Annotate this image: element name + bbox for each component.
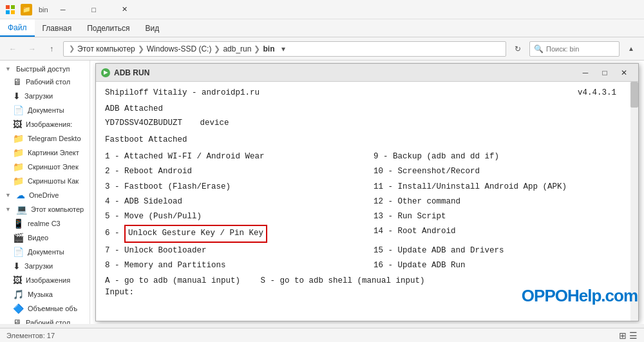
- sidebar-item-label: Документы: [28, 106, 64, 114]
- menu-item-5[interactable]: 5 - Move (Push/Pull): [105, 210, 361, 223]
- menu-label-3: Fastboot (Flash/Erase): [124, 182, 231, 191]
- menu-item-15[interactable]: 15 - Update ADB and Drivers: [374, 244, 629, 258]
- tab-home[interactable]: Главная: [35, 19, 80, 37]
- menu-item-11[interactable]: 11 - Install/Uninstall Android App (APK): [374, 180, 629, 194]
- path-thispc: Этот компьютер: [77, 44, 135, 53]
- sidebar-item-label: Картинки Элект: [28, 149, 79, 157]
- menu-item-6[interactable]: 6 - Unlock Gesture Key / Pin Key: [105, 225, 361, 242]
- menu-num-14: 14 -: [374, 227, 398, 236]
- back-button[interactable]: ←: [5, 41, 21, 57]
- sidebar-item-realme[interactable]: 📱 realme C3: [0, 216, 90, 231]
- menu-item-8[interactable]: 8 - Memory and Partitions: [105, 259, 361, 272]
- sidebar-item-desktop[interactable]: 🖥 Рабочий стол: [0, 75, 90, 89]
- folder-icon: 📁: [13, 147, 24, 158]
- close-button[interactable]: ✕: [110, 0, 140, 19]
- status-bar: Элементов: 17 ⊞ ☰: [0, 328, 644, 342]
- menu-item-9[interactable]: 9 - Backup (adb and dd if): [374, 150, 629, 164]
- menu-num-6: 6 -: [105, 229, 124, 238]
- address-path[interactable]: ❯ Этот компьютер ❯ Windows-SSD (C:) ❯ ad…: [63, 41, 506, 57]
- scrollbar-thumb[interactable]: [630, 82, 638, 108]
- menu-item-2[interactable]: 2 - Reboot Android: [105, 165, 361, 178]
- downloads-icon: ⬇: [13, 261, 21, 271]
- adb-title: ▶ ADB RUN: [101, 68, 149, 77]
- adb-footer-line1: A - go to adb (manual input) S - go to a…: [105, 276, 629, 285]
- menu-item-14[interactable]: 14 - Root Android: [374, 225, 629, 242]
- menu-item-10[interactable]: 10 - Screenshot/Record: [374, 165, 629, 178]
- fastboot-section: Fastboot Attached: [105, 133, 629, 146]
- adb-attached-label: ADB Attached: [105, 102, 629, 115]
- watermark: OPPOHelp.com: [522, 286, 638, 306]
- scrollbar[interactable]: [630, 82, 638, 321]
- sidebar-item-label: Музыка: [28, 290, 53, 298]
- sidebar-item-kartinki[interactable]: 📁 Картинки Элект: [0, 146, 90, 160]
- menu-item-1[interactable]: 1 - Attached WI-FI / Android Wear: [105, 150, 361, 164]
- title-bar-bin-label: bin: [39, 6, 48, 14]
- menu-item-7[interactable]: 7 - Unlock Bootloader: [105, 244, 361, 258]
- forward-button[interactable]: →: [24, 41, 40, 57]
- sidebar-item-skrinshot[interactable]: 📁 Скриншот Элек: [0, 160, 90, 174]
- sidebar-item-objects[interactable]: 🔷 Объемные объ: [0, 301, 90, 316]
- menu-label-5: Move (Push/Pull): [124, 212, 202, 221]
- refresh-button[interactable]: ↻: [510, 41, 526, 57]
- sidebar-item-documents[interactable]: 📄 Документы: [0, 103, 90, 117]
- tab-share[interactable]: Поделиться: [79, 19, 137, 37]
- adb-maximize-button[interactable]: □: [596, 66, 614, 79]
- menu-item-3[interactable]: 3 - Fastboot (Flash/Erase): [105, 180, 361, 194]
- sidebar-item-images2[interactable]: 🖼 Изображения: [0, 273, 90, 287]
- sidebar-item-telegram[interactable]: 📁 Telegram Deskto: [0, 131, 90, 146]
- sidebar-item-label: Изображения: [26, 276, 70, 284]
- sidebar-item-downloads2[interactable]: ⬇ Загрузки: [0, 259, 90, 273]
- sidebar-item-thispc[interactable]: ▼ 💻 Этот компьютер: [0, 202, 90, 216]
- up-button[interactable]: ↑: [44, 41, 59, 57]
- path-adb-run: adb_run: [223, 44, 251, 53]
- adb-title-bar: ▶ ADB RUN ─ □ ✕: [96, 64, 638, 82]
- adb-minimize-button[interactable]: ─: [576, 66, 594, 79]
- sidebar-item-downloads[interactable]: ⬇ Загрузки: [0, 89, 90, 103]
- sidebar-item-desktop2[interactable]: 🖥 Рабочий стол: [0, 316, 90, 324]
- expand-button[interactable]: ▲: [623, 41, 639, 57]
- computer-icon: 💻: [16, 204, 27, 214]
- chevron-icon: ▼: [5, 192, 11, 198]
- menu-label-8: Memory and Partitions: [124, 261, 226, 270]
- menu-num-11: 11 -: [374, 182, 398, 191]
- video-icon: 🎬: [13, 233, 24, 243]
- menu-num-16: 16 -: [374, 261, 398, 270]
- search-box[interactable]: 🔍: [529, 41, 620, 57]
- maximize-button[interactable]: □: [79, 0, 109, 19]
- menu-label-10: Screenshot/Record: [398, 167, 480, 176]
- sidebar-item-label: Изображения:: [26, 120, 72, 128]
- menu-num-4: 4 -: [105, 197, 124, 206]
- sidebar-item-images[interactable]: 🖼 Изображения:: [0, 117, 90, 131]
- grid-view-button[interactable]: ⊞: [619, 330, 627, 341]
- menu-item-12[interactable]: 12 - Other command: [374, 195, 629, 209]
- folder-icon: 📁: [21, 4, 32, 15]
- sidebar-item-quick-access[interactable]: ▼ Быстрый доступ: [0, 63, 90, 75]
- adb-close-button[interactable]: ✕: [615, 66, 633, 79]
- main-layout: ▼ Быстрый доступ 🖥 Рабочий стол ⬇ Загруз…: [0, 61, 644, 324]
- sidebar-item-music[interactable]: 🎵 Музыка: [0, 287, 90, 301]
- menu-item-16[interactable]: 16 - Update ADB Run: [374, 259, 629, 272]
- menu-label-4: ADB Sideload: [124, 197, 182, 206]
- sidebar-item-video[interactable]: 🎬 Видео: [0, 231, 90, 245]
- tab-view[interactable]: Вид: [137, 19, 167, 37]
- sidebar-item-label: OneDrive: [29, 191, 59, 199]
- sidebar-item-onedrive[interactable]: ▼ ☁ OneDrive: [0, 188, 90, 202]
- sidebar-item-label: Документы: [28, 248, 64, 256]
- menu-num-9: 9 -: [374, 152, 393, 161]
- adb-app-icon: ▶: [101, 68, 110, 77]
- sidebar-item-docs2[interactable]: 📄 Документы: [0, 245, 90, 259]
- sidebar-item-skrinshotykak[interactable]: 📁 Скриншоты Как: [0, 174, 90, 188]
- menu-item-13[interactable]: 13 - Run Script: [374, 210, 629, 223]
- tab-file[interactable]: Файл: [0, 19, 35, 37]
- adb-header: Shipiloff Vitaliy - androidp1.ru v4.4.3.…: [105, 88, 629, 97]
- menu-num-12: 12 -: [374, 197, 398, 206]
- list-view-button[interactable]: ☰: [629, 330, 638, 341]
- search-input[interactable]: [546, 45, 615, 53]
- minimize-button[interactable]: ─: [48, 0, 78, 19]
- menu-label-14: Root Android: [398, 227, 456, 236]
- menu-item-4[interactable]: 4 - ADB Sideload: [105, 195, 361, 209]
- folder-icon: 📁: [13, 162, 24, 172]
- menu-label-1: Attached WI-FI / Android Wear: [124, 152, 265, 161]
- images-icon: 🖼: [13, 275, 22, 285]
- address-dropdown[interactable]: ▾: [277, 41, 290, 57]
